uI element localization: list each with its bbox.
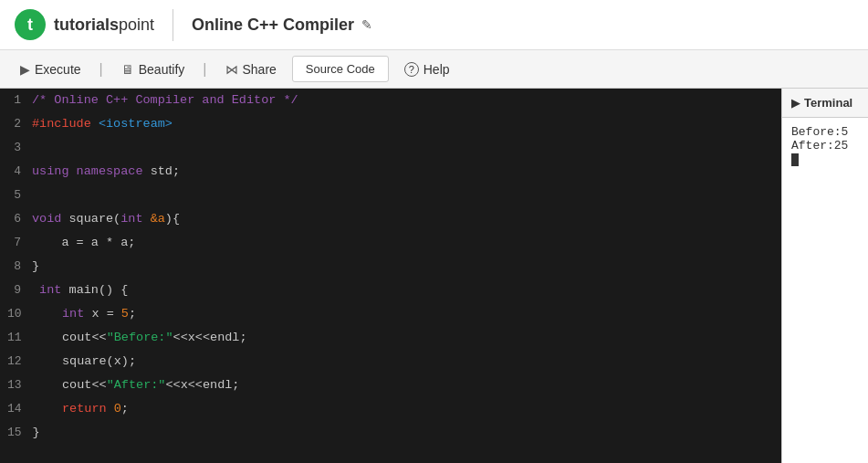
code-line-1: 1 /* Online C++ Compiler and Editor */ [0, 89, 781, 112]
execute-icon: ▶ [20, 62, 30, 77]
code-line-8: 8 } [0, 255, 781, 279]
line-content: cout<<"After:"<<x<<endl; [33, 374, 781, 397]
help-label: Help [424, 62, 450, 77]
line-content: int x = 5; [33, 302, 781, 326]
code-line-15: 15 } [0, 421, 781, 445]
page-title: Online C++ Compiler [192, 16, 354, 35]
beautify-icon: 🖥 [121, 62, 134, 77]
line-content: #include <iostream> [32, 112, 781, 136]
code-line-3: 3 [0, 136, 781, 160]
line-content [32, 184, 781, 207]
code-line-10: 10 int x = 5; [0, 302, 781, 326]
line-number: 8 [0, 255, 32, 279]
line-content: int main() { [32, 279, 781, 302]
line-number: 11 [0, 326, 33, 350]
share-icon: ⋈ [225, 62, 238, 77]
logo-normal: point [119, 16, 154, 34]
code-line-2: 2 #include <iostream> [0, 112, 781, 136]
code-line-11: 11 cout<<"Before:"<<x<<endl; [0, 326, 781, 350]
share-label: Share [243, 62, 277, 77]
beautify-button[interactable]: 🖥 Beautify [110, 57, 196, 82]
line-number: 2 [0, 112, 32, 136]
page-title-area: Online C++ Compiler ✎ [192, 16, 372, 35]
main-layout: 1 /* Online C++ Compiler and Editor */ 2… [0, 89, 868, 463]
line-number: 13 [0, 374, 33, 397]
help-icon: ? [404, 62, 419, 77]
logo-icon: t [14, 8, 47, 41]
line-number: 10 [0, 302, 33, 326]
toolbar: ▶ Execute | 🖥 Beautify | ⋈ Share Source … [0, 50, 868, 89]
line-content: } [33, 421, 781, 445]
execute-button[interactable]: ▶ Execute [9, 57, 92, 82]
header-divider [173, 9, 173, 41]
source-code-button[interactable]: Source Code [292, 56, 389, 82]
line-content: } [32, 255, 781, 279]
line-number: 6 [0, 207, 32, 231]
terminal-label: Terminal [804, 96, 852, 110]
code-line-6: 6 void square(int &a){ [0, 207, 781, 231]
terminal-output-line1: Before:5 [791, 125, 859, 139]
header: t tutorialspoint Online C++ Compiler ✎ [0, 0, 868, 50]
execute-label: Execute [35, 62, 81, 77]
line-content [32, 136, 781, 160]
code-line-7: 7 a = a * a; [0, 231, 781, 255]
line-content: return 0; [33, 397, 781, 421]
svg-text:t: t [27, 16, 33, 34]
line-content: using namespace std; [32, 160, 781, 184]
source-code-label: Source Code [306, 62, 375, 76]
logo-area: t tutorialspoint [14, 8, 154, 41]
terminal-panel: ▶ Terminal Before:5 After:25 [781, 89, 868, 463]
share-button[interactable]: ⋈ Share [214, 57, 288, 82]
edit-icon[interactable]: ✎ [361, 17, 372, 32]
beautify-label: Beautify [139, 62, 185, 77]
code-line-9: 9 int main() { [0, 279, 781, 302]
line-number: 12 [0, 350, 33, 374]
line-number: 1 [0, 89, 32, 112]
terminal-cursor [791, 153, 799, 166]
terminal-content: Before:5 After:25 [782, 118, 868, 463]
line-number: 9 [0, 279, 32, 302]
line-number: 4 [0, 160, 32, 184]
line-number: 3 [0, 136, 32, 160]
line-number: 7 [0, 231, 32, 255]
code-line-13: 13 cout<<"After:"<<x<<endl; [0, 374, 781, 397]
divider-2: | [203, 61, 206, 78]
line-number: 5 [0, 184, 32, 207]
line-content: /* Online C++ Compiler and Editor */ [32, 89, 781, 112]
terminal-icon: ▶ [791, 97, 800, 110]
line-content: cout<<"Before:"<<x<<endl; [33, 326, 781, 350]
line-content: a = a * a; [32, 231, 781, 255]
logo-bold: tutorials [54, 16, 119, 34]
line-number: 15 [0, 421, 33, 445]
help-button[interactable]: ? Help [393, 57, 461, 82]
code-line-12: 12 square(x); [0, 350, 781, 374]
terminal-header: ▶ Terminal [782, 89, 868, 118]
code-line-5: 5 [0, 184, 781, 207]
line-number: 14 [0, 397, 33, 421]
code-editor[interactable]: 1 /* Online C++ Compiler and Editor */ 2… [0, 89, 781, 463]
terminal-output-line2: After:25 [791, 139, 859, 153]
line-content: square(x); [33, 350, 781, 374]
divider-1: | [99, 61, 103, 78]
line-content: void square(int &a){ [32, 207, 781, 231]
code-line-14: 14 return 0; [0, 397, 781, 421]
logo-text: tutorialspoint [54, 16, 154, 35]
code-line-4: 4 using namespace std; [0, 160, 781, 184]
